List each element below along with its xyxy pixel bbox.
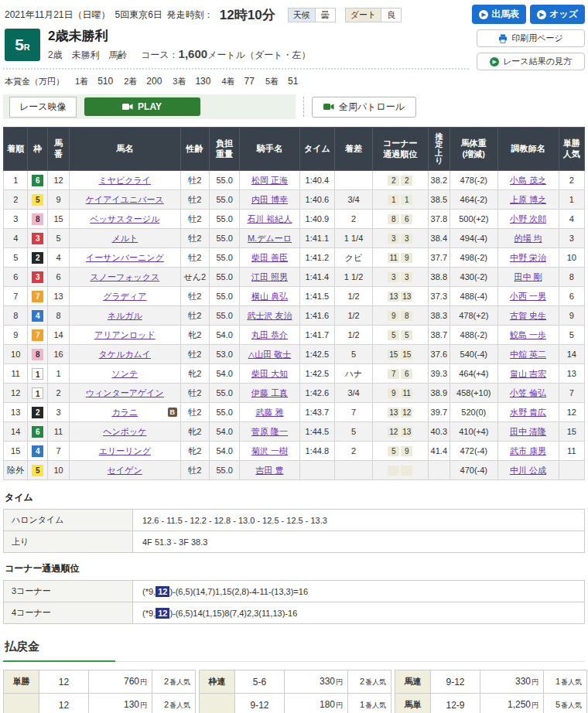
finish-time: 1:42.5 (299, 364, 335, 384)
jockey-cell: 菊沢 一樹 (240, 442, 299, 461)
horse-name-cell: セイゲン (69, 461, 180, 480)
trainer-link[interactable]: 武市 康男 (510, 446, 546, 455)
horse-name-link[interactable]: エリーリング (99, 446, 151, 455)
col-header-corner: コーナー 通過順位 (372, 128, 428, 171)
result-guide-button[interactable]: ▶ レース結果の見方 (477, 53, 585, 70)
trainer-link[interactable]: 中川 公成 (510, 466, 546, 475)
course-detail: メートル（ダート・左） (207, 49, 310, 60)
horse-name-link[interactable]: ミヤビクライ (99, 176, 152, 185)
corner-position-box: 9 (388, 311, 399, 321)
horse-name-link[interactable]: ネルガル (108, 311, 142, 320)
entries-button[interactable]: ▶ 出馬表 (472, 5, 526, 24)
payout-favorite: 1番人気 (348, 694, 391, 713)
trainer-link[interactable]: 上原 博之 (510, 195, 546, 204)
finish-time: 1:41.1 (299, 229, 335, 248)
payout-combination: 5-6 (235, 670, 285, 694)
carried-weight: 55.0 (209, 268, 239, 287)
trainer-link[interactable]: 田中 清隆 (510, 427, 546, 436)
jockey-link[interactable]: 武士沢 友治 (247, 311, 292, 320)
ninki-unit: 番人気 (561, 701, 582, 709)
horse-name-link[interactable]: メルト (111, 234, 138, 243)
trainer-link[interactable]: 的場 均 (514, 234, 542, 243)
corner-position-box: 8 (388, 214, 399, 224)
prize-place: 2着 (124, 76, 137, 87)
corner-positions: 1515 (372, 345, 428, 364)
horse-name-link[interactable]: カラニ (111, 408, 138, 417)
jockey-link[interactable]: 吉田 豊 (255, 466, 283, 475)
horse-name-link[interactable]: ソンテ (111, 369, 138, 378)
jockey-link[interactable]: 柴田 善臣 (251, 253, 288, 262)
date-line: 2021年11月21日（日曜） 5回東京6日 発走時刻： 12時10分 天候 曇… (3, 3, 469, 26)
jockey-link[interactable]: 松岡 正海 (251, 176, 288, 185)
horse-name-link[interactable]: タケルカムイ (99, 350, 152, 359)
corner-section-title: コーナー通過順位 (5, 562, 583, 575)
corner4-label: 4コーナー (4, 602, 133, 624)
col-header-jockey: 騎手名 (240, 128, 299, 171)
trainer-link[interactable]: 中舘 英二 (510, 350, 546, 359)
finish-time: 1:44.8 (299, 442, 335, 461)
start-time-label: 発走時刻： (167, 9, 214, 22)
trainer-link[interactable]: 中野 栄治 (510, 253, 546, 262)
frame-badge: 6 (32, 175, 43, 186)
horse-name-link[interactable]: ケイアイユニバース (86, 195, 164, 204)
jockey-link[interactable]: 丸田 恭介 (251, 330, 288, 339)
trainer-link[interactable]: 鮫島 一歩 (510, 330, 546, 339)
margin: 1/2 (335, 287, 373, 306)
horse-name-cell: エリーリング (69, 442, 180, 461)
jockey-link[interactable]: 内田 博幸 (251, 195, 288, 204)
jockey-link[interactable]: 横山 典弘 (251, 292, 288, 301)
trainer-link[interactable]: 小野 次郎 (510, 214, 546, 223)
jockey-link[interactable]: 石川 裕紀人 (247, 214, 292, 223)
trainer-link[interactable]: 古賀 史生 (510, 311, 546, 320)
prize-amount: 510 (97, 76, 113, 87)
carried-weight: 55.0 (209, 229, 239, 248)
col-header-fav: 単勝 人気 (559, 128, 584, 171)
horse-name-cell: グラディア (69, 287, 180, 306)
horse-name-link[interactable]: ヘンボッケ (103, 427, 146, 436)
payout-combination: 12-9 (431, 694, 480, 713)
horse-number: 9 (48, 190, 70, 210)
jockey-link[interactable]: 伊藤 工真 (251, 388, 288, 397)
horse-name-link[interactable]: イーサンバーニング (86, 253, 164, 262)
jockey-link[interactable]: 柴田 大知 (251, 369, 288, 378)
odds-button[interactable]: ▶ オッズ (530, 5, 585, 24)
trainer-link[interactable]: 小笠 倫弘 (510, 388, 546, 397)
horse-name-link[interactable]: アリアンロッド (94, 330, 156, 339)
body-weight: 458(+10) (450, 384, 498, 403)
jockey-link[interactable]: 菊沢 一樹 (251, 446, 288, 455)
prize-amount: 200 (146, 76, 162, 87)
estimated-last-3f: 37.6 (428, 345, 450, 364)
frame-badge: 5 (32, 465, 43, 476)
trainer-link[interactable]: 小島 茂之 (510, 176, 546, 185)
trainer-link[interactable]: 水野 貴広 (510, 408, 546, 417)
trainer-link[interactable]: 田中 剛 (514, 272, 542, 281)
video-bar-divider (303, 97, 304, 117)
trainer-link[interactable]: 畠山 吉宏 (510, 369, 546, 378)
horse-name-link[interactable]: ベッサスタージル (90, 214, 159, 223)
horse-name-link[interactable]: ウィンターアゲイン (86, 388, 164, 397)
payout-favorite: 2番人気 (348, 670, 391, 694)
horse-name-link[interactable]: スノーフォックス (90, 272, 159, 281)
race-video-button[interactable]: レース映像 (9, 97, 77, 118)
jockey-link[interactable]: M.デムーロ (248, 234, 292, 243)
horse-name-link[interactable]: セイゲン (108, 466, 142, 475)
patrol-video-button[interactable]: 全周パトロール (312, 97, 416, 118)
time-table: ハロンタイム 12.6 - 11.5 - 12.2 - 12.8 - 13.0 … (3, 509, 585, 553)
jockey-link[interactable]: 武藤 雅 (255, 408, 283, 417)
top-right-buttons: ▶ 出馬表 ▶ オッズ 印刷用ページ ▶ レース結果の見方 (469, 3, 585, 125)
trainer-link[interactable]: 小西 一男 (510, 292, 546, 301)
print-page-button[interactable]: 印刷用ページ (477, 29, 585, 47)
jockey-link[interactable]: 菅原 隆一 (251, 427, 288, 436)
corner4-row: 4コーナー (*9,12)-(6,5)14(1,15)8(7,4)2,3(11,… (4, 602, 585, 624)
estimated-last-3f: 38.2 (428, 171, 450, 190)
horse-name-link[interactable]: グラディア (103, 292, 146, 301)
horse-number: 6 (48, 268, 70, 287)
carried-weight: 55.0 (209, 306, 239, 326)
play-button[interactable]: PLAY (84, 97, 200, 116)
corner-position-box: 9 (401, 253, 412, 263)
jockey-link[interactable]: 江田 照男 (251, 272, 288, 281)
sex-age: 牡2 (180, 248, 209, 268)
trainer-cell: 水野 貴広 (497, 403, 559, 422)
jockey-link[interactable]: △山田 敬士 (248, 350, 292, 359)
trainer-cell: 田中 清隆 (497, 422, 559, 442)
